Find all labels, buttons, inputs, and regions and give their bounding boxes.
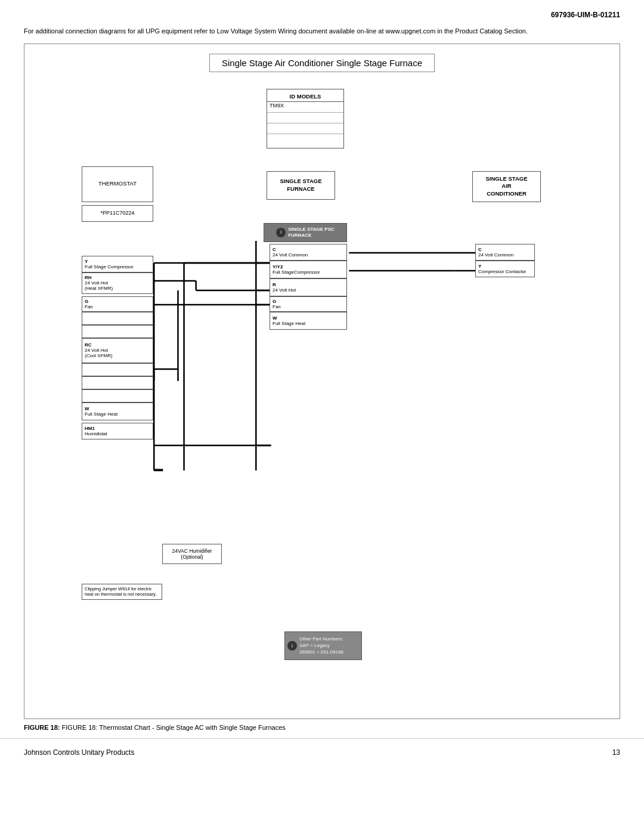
ac-terminal-Y: Y Compressor Contactor [475,261,535,277]
thermostat-label: THERMOSTAT [98,180,137,187]
thermostat-part: *PP11C70224 [100,210,134,217]
therm-terminal-empty1 [82,312,153,325]
furnace-terminal-G: G Fan [270,296,347,312]
company-name: Johnson Controls Unitary Products [24,748,134,757]
figure-label: FIGURE 18: [24,724,60,731]
therm-terminal-empty3 [82,363,153,376]
figure-caption-text: FIGURE 18: Thermostat Chart - Single Sta… [62,724,286,731]
id-models-row-2 [267,123,343,134]
therm-terminal-Y: Y Full Stage Compressor [82,256,153,272]
diagram-area: ID MODELS TM9X THERMOSTAT *PP11C70224 SI… [34,83,610,709]
id-models-box: ID MODELS TM9X [267,89,344,148]
id-models-header: ID MODELS [267,92,343,102]
furnace-terminal-C: C 24 Volt Common [270,244,347,261]
other-parts-circle-icon: i [287,641,297,651]
therm-terminal-RH: RH 24 Volt Hot(Heat XFMR) [82,272,153,294]
diagram-title: Single Stage Air Conditioner Single Stag… [209,54,435,72]
thermostat-part-box: *PP11C70224 [82,205,153,222]
other-parts-label: Other Part Numbers:SAP = Legacy265901 = … [299,636,343,656]
therm-terminal-W: W Full Stage Heat [82,402,153,420]
id-models-row-0: TM9X [267,102,343,113]
furnace-terminal-YY2: Y/Y2 Full StageCompressor [270,261,347,278]
page-number: 13 [612,748,620,757]
intro-text: For additional connection diagrams for a… [0,24,644,44]
figure-caption: FIGURE 18: FIGURE 18: Thermostat Chart -… [0,719,644,733]
id-models-row-3 [267,134,343,145]
therm-terminal-empty4 [82,376,153,389]
furnace-terminal-R: R 24 Volt Hot [270,278,347,296]
ac-terminal-C: C 24 Volt Common [475,244,535,261]
thermostat-box: THERMOSTAT [82,166,153,202]
humidifier-box: 24VAC Humidifier (Optional) [162,544,222,564]
doc-number: 697936-UIM-B-01211 [0,0,644,24]
page-footer: Johnson Controls Unitary Products 13 [0,738,644,766]
other-parts-box: i Other Part Numbers:SAP = Legacy265901 … [284,631,362,660]
diagram-container: Single Stage Air Conditioner Single Stag… [24,44,620,719]
therm-terminal-RC: RC 24 Volt Hot(Cool XFMR) [82,338,153,363]
therm-terminal-empty2 [82,325,153,338]
furnace-terminal-W: W Full Stage Heat [270,312,347,330]
single-stage-ac-box: SINGLE STAGE AIR CONDITIONER [472,171,541,202]
psc-circle-icon: i [276,228,286,237]
psc-furnace-box: i SINGLE STAGE PSCFURNACE [264,223,347,242]
therm-terminal-empty5 [82,389,153,402]
psc-furnace-label: SINGLE STAGE PSCFURNACE [288,227,335,238]
therm-terminal-HM1: HM1 Humidistat [82,423,153,439]
note-box: Clipping Jumper W914 for electric heat o… [82,584,162,600]
id-models-row-1 [267,113,343,123]
single-stage-furnace-box: SINGLE STAGE FURNACE [267,171,335,200]
therm-terminal-G: G Fan [82,296,153,312]
humidifier-label: 24VAC Humidifier (Optional) [172,548,212,560]
